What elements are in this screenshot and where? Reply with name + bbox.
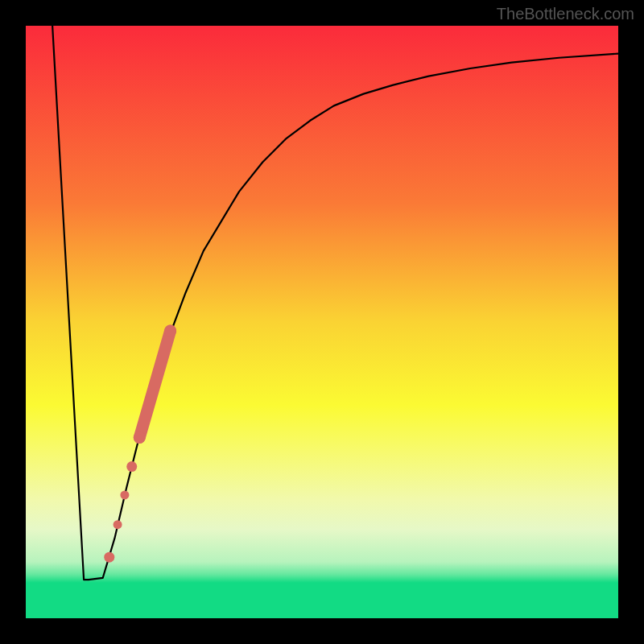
svg-point-5 [114,520,122,529]
svg-point-4 [120,490,129,499]
svg-point-2 [164,325,176,337]
svg-point-1 [134,431,146,444]
chart-frame: TheBottleneck.com [0,0,644,644]
bottleneck-chart [26,26,618,618]
gradient-background [26,26,618,618]
plot-area [26,26,618,618]
svg-point-6 [104,552,114,563]
svg-point-3 [126,461,137,472]
watermark-text: TheBottleneck.com [497,5,634,23]
